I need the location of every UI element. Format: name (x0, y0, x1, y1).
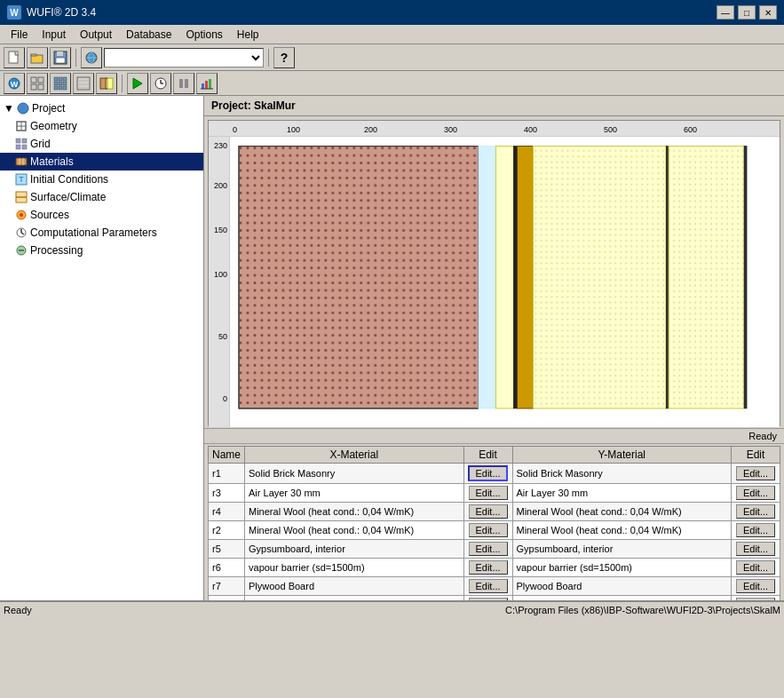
cell-ymat-0: Solid Brick Masonry (512, 464, 732, 484)
cell-edit-y-6[interactable]: Edit... (732, 577, 780, 596)
col-name: Name (209, 447, 245, 464)
menu-help[interactable]: Help (230, 27, 266, 43)
pause-btn[interactable] (173, 73, 194, 94)
sidebar-item-materials[interactable]: Materials (0, 153, 203, 171)
cell-ymat-6: Plywood Board (512, 577, 732, 596)
cell-edit-y-1[interactable]: Edit... (732, 484, 780, 503)
new-button[interactable] (4, 47, 25, 68)
cell-edit-x-0[interactable]: Edit... (463, 464, 512, 484)
globe-button[interactable] (81, 47, 102, 68)
sidebar-item-computational-parameters[interactable]: Computational Parameters (0, 224, 203, 242)
svg-text:W: W (11, 80, 19, 89)
cell-edit-y-2[interactable]: Edit... (732, 503, 780, 521)
edit-y-button-4[interactable]: Edit... (736, 542, 775, 556)
project-icon (16, 101, 30, 115)
menu-input[interactable]: Input (35, 27, 73, 43)
svg-rect-17 (63, 77, 67, 81)
title-bar-controls[interactable]: — □ ✕ (717, 5, 777, 20)
edit-x-button-7[interactable]: Edit... (469, 598, 508, 600)
cell-ymat-2: Mineral Wool (heat cond.: 0,04 W/mK) (512, 503, 732, 521)
cell-edit-x-1[interactable]: Edit... (463, 484, 512, 503)
title-bar: W WUFI® 2D 3.4 — □ ✕ (0, 0, 784, 25)
cell-xmat-6: Plywood Board (245, 577, 463, 596)
maximize-button[interactable]: □ (738, 5, 756, 20)
ruler-0: 0 (233, 125, 237, 134)
edit-y-button-7[interactable]: Edit... (736, 598, 775, 600)
sidebar-label-grid: Grid (30, 138, 51, 150)
svg-rect-23 (63, 86, 67, 90)
sources-icon (14, 208, 28, 222)
svg-rect-78 (744, 147, 747, 408)
grid-btn-4[interactable] (73, 73, 94, 94)
cell-edit-y-3[interactable]: Edit... (732, 521, 780, 540)
sidebar-item-grid[interactable]: Grid (0, 135, 203, 153)
cell-edit-x-6[interactable]: Edit... (463, 577, 512, 596)
cell-edit-y-0[interactable]: Edit... (732, 464, 780, 484)
sidebar-item-surface-climate[interactable]: Surface/Climate (0, 188, 203, 206)
initial-conditions-icon: T (14, 172, 28, 186)
table-row: r5 Gypsumboard, interior Edit... Gypsumb… (209, 540, 780, 559)
cell-edit-x-2[interactable]: Edit... (463, 503, 512, 521)
cell-name-6: r7 (209, 577, 245, 596)
edit-x-button-1[interactable]: Edit... (469, 486, 508, 500)
cell-edit-x-3[interactable]: Edit... (463, 521, 512, 540)
grid-btn-5[interactable] (96, 73, 117, 94)
cell-xmat-7: Mineral Wool (heat cond.: 0,04 W/mK) (245, 596, 463, 601)
chart-btn[interactable] (196, 73, 218, 94)
run-btn[interactable] (127, 73, 148, 94)
svg-rect-19 (59, 82, 62, 85)
edit-y-button-2[interactable]: Edit... (736, 504, 775, 519)
open-button[interactable] (27, 47, 48, 68)
svg-marker-32 (133, 78, 142, 89)
sidebar-item-initial-conditions[interactable]: T Initial Conditions (0, 171, 203, 188)
edit-y-button-3[interactable]: Edit... (736, 523, 775, 537)
help-button[interactable]: ? (273, 47, 295, 68)
grid-btn-1[interactable]: W (4, 73, 25, 94)
edit-y-button-6[interactable]: Edit... (736, 579, 775, 593)
edit-x-button-4[interactable]: Edit... (469, 542, 508, 556)
edit-x-button-5[interactable]: Edit... (469, 560, 508, 575)
sidebar-label-geometry: Geometry (30, 120, 77, 132)
svg-rect-11 (31, 77, 36, 83)
close-button[interactable]: ✕ (759, 5, 777, 20)
sidebar-item-geometry[interactable]: Geometry (0, 117, 203, 135)
cell-edit-x-4[interactable]: Edit... (463, 540, 512, 559)
edit-y-button-5[interactable]: Edit... (736, 560, 775, 575)
clock-btn[interactable] (150, 73, 171, 94)
edit-y-button-1[interactable]: Edit... (736, 486, 775, 500)
tree-project[interactable]: ▼ Project (0, 99, 203, 117)
menu-output[interactable]: Output (73, 27, 119, 43)
menu-database[interactable]: Database (119, 27, 178, 43)
svg-rect-2 (31, 54, 36, 56)
cell-xmat-5: vapour barrier (sd=1500m) (245, 559, 463, 577)
cell-edit-y-5[interactable]: Edit... (732, 559, 780, 577)
grid-btn-3[interactable] (50, 73, 71, 94)
ruler-500: 500 (604, 125, 617, 134)
cell-name-5: r6 (209, 559, 245, 577)
sidebar-item-sources[interactable]: Sources (0, 206, 203, 224)
sidebar-item-processing[interactable]: Processing (0, 242, 203, 259)
edit-y-button-0[interactable]: Edit... (736, 466, 775, 480)
edit-x-button-2[interactable]: Edit... (469, 504, 508, 519)
edit-x-button-6[interactable]: Edit... (469, 579, 508, 593)
cell-edit-x-7[interactable]: Edit... (463, 596, 512, 601)
menu-file[interactable]: File (4, 27, 35, 43)
toolbar-dropdown[interactable] (104, 48, 264, 67)
svg-rect-4 (57, 52, 63, 56)
ruler-y-200: 200 (214, 181, 227, 190)
ruler-300: 300 (444, 125, 457, 134)
col-edit1: Edit (463, 447, 512, 464)
cell-edit-y-4[interactable]: Edit... (732, 540, 780, 559)
menu-options[interactable]: Options (178, 27, 229, 43)
toolbar-2: W (0, 71, 784, 96)
cell-edit-y-7[interactable]: Edit... (732, 596, 780, 601)
drawing-area[interactable] (230, 137, 780, 427)
grid-btn-2[interactable] (27, 73, 48, 94)
cell-edit-x-5[interactable]: Edit... (463, 559, 512, 577)
edit-x-button-3[interactable]: Edit... (469, 523, 508, 537)
svg-rect-16 (59, 77, 62, 81)
edit-x-button-0[interactable]: Edit... (468, 465, 507, 481)
save-button[interactable] (50, 47, 71, 68)
surface-climate-icon (14, 190, 28, 204)
minimize-button[interactable]: — (717, 5, 734, 20)
